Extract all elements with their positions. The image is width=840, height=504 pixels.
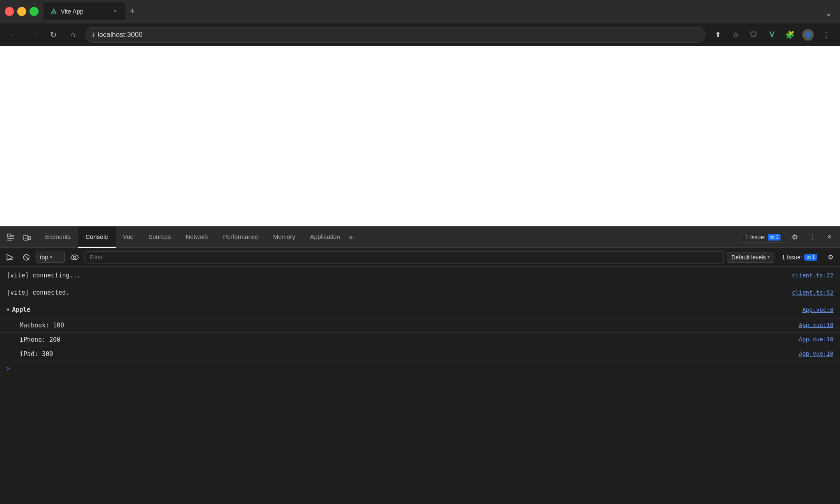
issues-badge[interactable]: 1 Issue: 1	[741, 232, 785, 243]
object-expand-arrow[interactable]: ▼	[7, 307, 9, 313]
console-issues-badge: 1	[804, 254, 817, 261]
console-property-ipad: iPad: 300 App.vue:10	[0, 347, 840, 361]
svg-rect-2	[7, 234, 10, 237]
console-filter-input[interactable]	[84, 251, 724, 263]
nav-actions: ⬆ ☆ 🛡 V 🧩 👤 ⋮	[710, 27, 833, 42]
tab-performance[interactable]: Performance	[216, 227, 266, 248]
console-line-object-header: ▼ Apple App.vue:8	[0, 301, 840, 318]
console-line-vite-connecting: [vite] connecting... client.ts:22	[0, 267, 840, 284]
svg-rect-10	[770, 236, 774, 239]
address-bar[interactable]: ℹ localhost:3000	[85, 27, 705, 43]
tab-memory[interactable]: Memory	[266, 227, 303, 248]
address-text: localhost:3000	[98, 31, 698, 39]
svg-point-18	[73, 256, 76, 259]
console-toolbar: top ▾ Default levels ▾ 1 Issue:	[0, 248, 840, 267]
more-options-button[interactable]: ⋮	[819, 27, 833, 42]
devtools-close-button[interactable]: ×	[822, 230, 837, 245]
reload-button[interactable]: ↻	[46, 27, 61, 42]
console-issues-count[interactable]: 1 Issue: 1	[778, 254, 821, 261]
svg-rect-8	[28, 236, 30, 240]
forward-button[interactable]: →	[26, 27, 41, 42]
console-line-vite-connected: [vite] connected. client.ts:52	[0, 284, 840, 301]
tab-elements[interactable]: Elements	[38, 227, 78, 248]
object-name: Apple	[12, 306, 30, 313]
svg-point-17	[71, 255, 78, 260]
home-button[interactable]: ⌂	[66, 27, 80, 42]
tabs-area: Vite App × + ⌄	[43, 3, 835, 20]
devtools-panel: Elements Console Vue Sources Network Per…	[0, 226, 840, 504]
active-tab[interactable]: Vite App ×	[43, 2, 126, 20]
console-file-link[interactable]: client.ts:22	[792, 272, 833, 279]
svg-rect-19	[807, 256, 811, 259]
levels-selector-arrow: ▾	[767, 254, 770, 260]
more-devtools-tabs-button[interactable]: »	[347, 234, 354, 241]
console-file-link[interactable]: App.vue:10	[799, 350, 833, 358]
maximize-traffic-light[interactable]	[30, 7, 39, 16]
extensions-button[interactable]: 🧩	[783, 27, 797, 42]
back-button[interactable]: ←	[7, 27, 21, 42]
prompt-arrow: >	[7, 365, 10, 372]
console-file-link[interactable]: App.vue:10	[799, 322, 833, 329]
svg-rect-7	[24, 235, 28, 240]
devtools-tabs-bar: Elements Console Vue Sources Network Per…	[0, 227, 840, 248]
context-value: top	[40, 254, 48, 261]
clear-console-button[interactable]	[20, 251, 33, 264]
extension1-button[interactable]: 🛡	[746, 27, 761, 42]
log-levels-selector[interactable]: Default levels ▾	[727, 252, 774, 263]
property-text: Macbook: 100	[20, 322, 64, 329]
property-text: iPhone: 200	[20, 336, 60, 343]
tab-sources[interactable]: Sources	[141, 227, 178, 248]
tab-close-button[interactable]: ×	[112, 7, 119, 15]
console-issues-label: 1 Issue:	[782, 254, 802, 261]
console-file-link[interactable]: App.vue:10	[799, 336, 833, 343]
devtools-right-actions: 1 Issue: 1 ⚙ ⋮ ×	[741, 230, 837, 245]
address-info-icon: ℹ	[92, 32, 94, 38]
bookmark-button[interactable]: ☆	[728, 27, 743, 42]
inspect-element-button[interactable]	[3, 230, 18, 245]
tab-network[interactable]: Network	[178, 227, 216, 248]
console-file-link[interactable]: client.ts:52	[792, 289, 833, 296]
device-emulation-button[interactable]	[20, 230, 34, 245]
levels-label: Default levels	[731, 254, 766, 261]
browser-window: Vite App × + ⌄ ← → ↻ ⌂ ℹ localhost:3000 …	[0, 0, 840, 504]
devtools-left-icons	[3, 230, 34, 245]
new-tab-button[interactable]: +	[126, 2, 139, 20]
tab-title: Vite App	[61, 8, 108, 15]
vite-extension-button[interactable]: V	[765, 27, 779, 42]
issues-label-text: 1 Issue:	[745, 234, 765, 241]
devtools-more-button[interactable]: ⋮	[805, 230, 819, 245]
traffic-lights	[5, 7, 39, 16]
console-property-macbook: Macbook: 100 App.vue:10	[0, 318, 840, 333]
live-expressions-button[interactable]	[68, 251, 81, 264]
share-button[interactable]: ⬆	[710, 27, 725, 42]
close-traffic-light[interactable]	[5, 7, 14, 16]
page-content	[0, 46, 840, 226]
object-header: ▼ Apple	[7, 306, 30, 313]
profile-button[interactable]: 👤	[801, 27, 815, 42]
console-prompt-line: >	[0, 361, 840, 375]
console-file-link[interactable]: App.vue:8	[802, 306, 833, 313]
tab-console[interactable]: Console	[78, 227, 116, 248]
console-output: [vite] connecting... client.ts:22 [vite]…	[0, 267, 840, 504]
tab-application[interactable]: Application	[303, 227, 347, 248]
console-line-text: [vite] connected.	[7, 289, 70, 296]
tab-vue[interactable]: Vue	[116, 227, 141, 248]
tab-favicon	[50, 7, 57, 15]
console-settings-button[interactable]: ⚙	[824, 251, 837, 263]
property-text: iPad: 300	[20, 350, 53, 358]
console-property-iphone: iPhone: 200 App.vue:10	[0, 333, 840, 347]
console-line-text: [vite] connecting...	[7, 272, 81, 279]
devtools-settings-button[interactable]: ⚙	[788, 230, 802, 245]
title-bar: Vite App × + ⌄	[0, 0, 840, 23]
tab-overflow-button[interactable]: ⌄	[822, 7, 835, 20]
profile-avatar: 👤	[802, 29, 814, 41]
context-selector[interactable]: top ▾	[36, 252, 65, 263]
execute-script-button[interactable]	[3, 251, 16, 264]
svg-line-16	[24, 255, 29, 260]
issues-count-badge: 1	[768, 234, 781, 241]
context-selector-arrow: ▾	[50, 254, 52, 260]
minimize-traffic-light[interactable]	[17, 7, 26, 16]
console-prompt-input[interactable]	[13, 365, 833, 372]
nav-bar: ← → ↻ ⌂ ℹ localhost:3000 ⬆ ☆ 🛡 V 🧩 👤 ⋮	[0, 23, 840, 46]
